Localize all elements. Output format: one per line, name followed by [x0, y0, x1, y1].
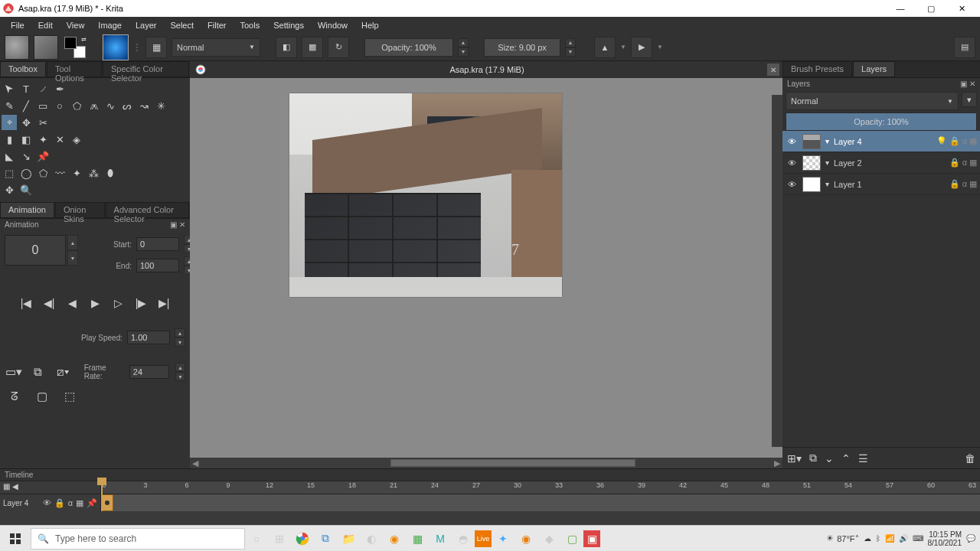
mirror-vertical-button[interactable]: ▶	[631, 37, 652, 58]
document-close-button[interactable]: ✕	[767, 64, 779, 76]
current-frame-spinner[interactable]: ▲▼	[67, 235, 78, 266]
tray-onedrive-icon[interactable]: ☁	[864, 534, 871, 543]
taskbar-search[interactable]: 🔍 Type here to search	[31, 528, 245, 549]
track-visibility-icon[interactable]: 👁	[43, 498, 51, 507]
tab-advanced-color[interactable]: Advanced Color Selector	[106, 202, 189, 218]
next-frame-button[interactable]: ▷	[108, 293, 128, 313]
app-icon-2[interactable]: ◉	[383, 527, 406, 550]
tool-freehand-path[interactable]: ᔕ	[119, 98, 135, 113]
audio-button[interactable]: ▢	[32, 386, 52, 406]
tool-ellipse[interactable]: ○	[52, 98, 67, 113]
layer-opacity-slider[interactable]: Opacity: 100%	[786, 112, 977, 131]
menu-image[interactable]: Image	[92, 19, 128, 31]
delete-layer-button[interactable]: 🗑	[965, 452, 975, 465]
move-layer-up-button[interactable]: ⌃	[841, 452, 851, 465]
tool-select-bezier[interactable]: ⬮	[103, 165, 118, 181]
skip-end-button[interactable]: ▶|	[154, 293, 174, 313]
menu-settings[interactable]: Settings	[267, 19, 310, 31]
tray-bluetooth-icon[interactable]: ᛒ	[876, 534, 880, 543]
move-layer-down-button[interactable]: ⌄	[825, 452, 834, 465]
onion-skin-button[interactable]: ᘔ	[5, 386, 24, 406]
checker-icon[interactable]: ▦	[969, 179, 977, 189]
remove-frame-button[interactable]: ⧄▾	[54, 362, 72, 382]
menu-view[interactable]: View	[60, 19, 91, 31]
tool-transform[interactable]	[2, 81, 17, 96]
track-pin-icon[interactable]: 📌	[87, 498, 97, 508]
track-lock-icon[interactable]: 🔒	[54, 498, 65, 508]
current-frame-input[interactable]: 0	[5, 235, 66, 266]
menu-edit[interactable]: Edit	[32, 19, 59, 31]
visibility-icon[interactable]: 👁	[786, 137, 798, 146]
tool-select-freehand[interactable]: 〰	[52, 165, 67, 181]
tool-smart-patch[interactable]: ✕	[52, 132, 67, 147]
keyframe[interactable]	[101, 494, 113, 511]
minimize-button[interactable]: ―	[885, 0, 916, 17]
tool-calligraphy[interactable]: ✒	[52, 81, 67, 96]
playhead[interactable]	[101, 481, 103, 511]
brush-size-slider[interactable]: Size: 9.00 px	[484, 38, 560, 57]
weather-widget[interactable]: ☀ 87°F	[826, 533, 854, 543]
tab-onion-skins[interactable]: Onion Skins	[55, 202, 105, 218]
tool-line[interactable]: ╱	[18, 98, 34, 113]
explorer-icon[interactable]: 📁	[337, 527, 360, 550]
opacity-slider[interactable]: Opacity: 100%	[364, 38, 453, 57]
app-icon-5[interactable]: ◓	[452, 527, 475, 550]
duplicate-layer-button[interactable]: ⧉	[809, 452, 817, 465]
tray-chevron-icon[interactable]: ˄	[855, 534, 859, 543]
checker-icon[interactable]: ▦	[969, 158, 977, 168]
tool-zoom[interactable]: 🔍	[18, 182, 34, 197]
checker-icon[interactable]: ▦	[969, 136, 977, 146]
tool-bezier[interactable]: ∿	[103, 98, 118, 113]
alpha-icon[interactable]: α	[962, 179, 967, 189]
skip-start-button[interactable]: |◀	[16, 293, 36, 313]
menu-file[interactable]: File	[5, 19, 31, 31]
eraser-mode-button[interactable]: ◧	[276, 37, 297, 58]
menu-window[interactable]: Window	[312, 19, 354, 31]
gradient-button-1[interactable]	[5, 35, 29, 60]
toolbar-grip[interactable]	[133, 37, 141, 58]
tool-pattern-edit[interactable]: ◈	[69, 132, 84, 147]
system-tray[interactable]: ˄ ☁ ᛒ 📶 🔊 ⌨ 10:15 PM 8/10/2021 💬	[855, 530, 981, 547]
brush-settings-button[interactable]: ▦	[145, 37, 167, 58]
menu-select[interactable]: Select	[164, 19, 200, 31]
play-speed-input[interactable]: 1.00	[127, 331, 170, 344]
play-button[interactable]: ▶	[85, 293, 105, 313]
tab-brush-presets[interactable]: Brush Presets	[782, 61, 852, 77]
visibility-icon[interactable]: 👁	[786, 158, 798, 168]
tool-edit-shapes[interactable]: ⟋	[35, 81, 51, 96]
close-button[interactable]: ✕	[946, 0, 977, 17]
track-onion-icon[interactable]: ▦	[76, 498, 83, 508]
drop-frames-button[interactable]: ⬚	[60, 386, 80, 406]
menu-help[interactable]: Help	[355, 19, 385, 31]
mirror-horizontal-button[interactable]: ▲	[594, 37, 616, 58]
brush-preset-button[interactable]	[103, 34, 129, 60]
unity-icon[interactable]: ◆	[537, 527, 560, 550]
menu-filter[interactable]: Filter	[201, 19, 232, 31]
tool-crop[interactable]: ✂	[35, 115, 51, 130]
next-keyframe-button[interactable]: |▶	[131, 293, 151, 313]
tool-select-ellipse[interactable]: ◯	[18, 165, 34, 181]
tool-transform-tool[interactable]: ✥	[18, 115, 34, 130]
layer-blend-mode-dropdown[interactable]: Normal▼	[786, 92, 959, 110]
tool-polygon[interactable]: ⬠	[69, 98, 84, 113]
tool-pan[interactable]: ✥	[2, 182, 17, 197]
alpha-icon[interactable]: α	[962, 158, 967, 168]
tool-multibrush[interactable]: ✳	[153, 98, 168, 113]
add-layer-button[interactable]: ⊞▾	[787, 452, 802, 465]
opacity-spinner[interactable]: ▲▼	[458, 38, 469, 57]
tool-dynamic-brush[interactable]: ↝	[136, 98, 152, 113]
tool-select-similar[interactable]: ⁂	[86, 165, 101, 181]
layer-row[interactable]: 👁 ▾ Layer 2 🔒α▦	[782, 152, 980, 174]
layer-row[interactable]: 👁 ▾ Layer 1 🔒α▦	[782, 174, 980, 195]
tool-rectangle[interactable]: ▭	[35, 98, 51, 113]
duplicate-frame-button[interactable]: ⧉	[29, 362, 47, 382]
fg-bg-color[interactable]: ⇄	[63, 35, 87, 60]
app-icon-1[interactable]: ◐	[360, 527, 383, 550]
tool-move[interactable]: ⌖	[2, 115, 17, 130]
tool-brush[interactable]: ✎	[2, 98, 17, 113]
maximize-button[interactable]: ▢	[916, 0, 946, 17]
tab-animation[interactable]: Animation	[0, 202, 54, 218]
tool-select-polygon[interactable]: ⬠	[35, 165, 51, 181]
start-input[interactable]: 0	[136, 237, 179, 251]
blend-mode-dropdown[interactable]: Normal ▼	[172, 38, 260, 57]
